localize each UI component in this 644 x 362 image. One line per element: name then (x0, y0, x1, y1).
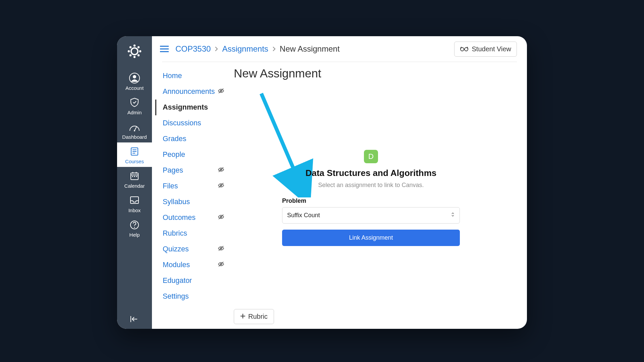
course-nav-label: Discussions (163, 119, 201, 127)
gn-courses-label: Courses (125, 159, 144, 164)
link-assignment-button[interactable]: Link Assignment (282, 230, 460, 246)
gn-inbox-label: Inbox (128, 207, 141, 213)
module-subtitle: Select an assignment to link to Canvas. (318, 182, 424, 189)
courses-icon (129, 146, 140, 157)
svg-point-11 (134, 130, 135, 131)
problem-label: Problem (282, 197, 306, 204)
svg-point-30 (461, 48, 464, 51)
problem-select[interactable]: Suffix Count (282, 207, 460, 224)
gn-dashboard[interactable]: Dashboard (117, 118, 152, 142)
svg-rect-20 (132, 176, 133, 177)
inbox-icon (129, 195, 140, 206)
problem-selected-value: Suffix Count (287, 212, 320, 219)
course-nav-label: Pages (163, 166, 183, 175)
gn-admin[interactable]: Admin (117, 94, 152, 118)
course-nav-item[interactable]: Edugator (155, 273, 234, 289)
course-nav-label: Announcements (163, 87, 215, 96)
collapse-nav-button[interactable] (117, 315, 152, 323)
account-icon (129, 72, 140, 84)
breadcrumb-current: New Assignment (280, 44, 340, 54)
rubric-label: Rubric (248, 313, 268, 320)
select-chevron-icon (451, 212, 455, 219)
canvas-logo[interactable] (126, 42, 143, 60)
svg-point-0 (133, 45, 136, 47)
svg-point-31 (465, 48, 468, 51)
svg-point-4 (129, 46, 131, 48)
hamburger-icon[interactable] (159, 44, 169, 54)
gn-inbox[interactable]: Inbox (117, 191, 152, 216)
course-nav-item[interactable]: Files (155, 178, 234, 194)
chevron-right-icon (215, 46, 218, 52)
hidden-eye-icon (218, 261, 224, 269)
course-nav-item[interactable]: Syllabus (155, 194, 234, 210)
course-nav-item[interactable]: Home (155, 68, 234, 84)
svg-point-3 (139, 50, 141, 52)
svg-point-6 (129, 54, 131, 56)
gn-calendar-label: Calendar (124, 183, 145, 189)
calendar-icon (129, 170, 140, 182)
svg-point-9 (133, 75, 136, 78)
svg-point-7 (138, 54, 140, 56)
course-nav-item[interactable]: Modules (155, 257, 234, 273)
glasses-icon (460, 45, 469, 53)
course-nav-label: Settings (163, 292, 189, 301)
breadcrumb: COP3530 Assignments New Assignment (175, 44, 340, 54)
course-nav-item[interactable]: Settings (155, 289, 234, 304)
course-nav-item[interactable]: Pages (155, 163, 234, 178)
gn-dashboard-label: Dashboard (122, 134, 147, 140)
course-nav-label: Rubrics (163, 229, 187, 238)
course-nav-label: Home (163, 72, 182, 80)
module-title: Data Structures and Algorithms (306, 168, 437, 178)
course-nav-item[interactable]: Assignments (155, 100, 234, 115)
svg-rect-21 (134, 176, 135, 177)
course-nav-label: Assignments (163, 103, 208, 112)
course-nav-label: Files (163, 182, 178, 190)
help-icon (129, 219, 140, 231)
course-nav-label: Quizzes (163, 245, 189, 253)
breadcrumb-section[interactable]: Assignments (222, 44, 268, 54)
svg-point-2 (128, 50, 130, 52)
course-nav-item[interactable]: Rubrics (155, 226, 234, 241)
gn-account-label: Account (125, 85, 144, 91)
svg-point-25 (134, 227, 135, 228)
dashboard-icon (129, 121, 140, 133)
hidden-eye-icon (218, 166, 224, 175)
course-nav: HomeAnnouncementsAssignmentsDiscussionsG… (152, 62, 234, 329)
course-nav-item[interactable]: Grades (155, 131, 234, 147)
course-nav-item[interactable]: Quizzes (155, 241, 234, 257)
course-nav-label: Outcomes (163, 214, 196, 222)
main-panel: COP3530 Assignments New Assignment Stude… (152, 36, 527, 329)
gn-admin-label: Admin (127, 110, 142, 115)
gn-account[interactable]: Account (117, 69, 152, 94)
content-row: HomeAnnouncementsAssignmentsDiscussionsG… (152, 62, 527, 329)
gn-help-label: Help (129, 232, 140, 238)
gn-help[interactable]: Help (117, 216, 152, 240)
admin-icon (129, 97, 140, 108)
topbar: COP3530 Assignments New Assignment Stude… (152, 36, 527, 62)
course-nav-label: Modules (163, 261, 190, 269)
course-nav-label: Syllabus (163, 198, 190, 206)
course-nav-item[interactable]: Announcements (155, 84, 234, 100)
plus-icon (240, 313, 246, 320)
course-nav-item[interactable]: Discussions (155, 115, 234, 131)
app-window: Account Admin Dashboard Courses Calendar (117, 36, 527, 329)
add-rubric-button[interactable]: Rubric (234, 309, 274, 324)
svg-point-5 (138, 46, 140, 48)
chevron-right-icon (272, 46, 276, 52)
gn-calendar[interactable]: Calendar (117, 167, 152, 191)
course-nav-label: People (163, 150, 185, 159)
svg-point-1 (133, 56, 136, 58)
course-nav-item[interactable]: People (155, 147, 234, 163)
gn-courses[interactable]: Courses (117, 142, 152, 167)
hidden-eye-icon (218, 214, 224, 222)
course-nav-label: Grades (163, 135, 186, 143)
student-view-button[interactable]: Student View (454, 42, 517, 57)
course-nav-item[interactable]: Outcomes (155, 210, 234, 226)
global-nav: Account Admin Dashboard Courses Calendar (117, 36, 152, 329)
hidden-eye-icon (218, 87, 224, 96)
breadcrumb-course[interactable]: COP3530 (175, 44, 211, 54)
hidden-eye-icon (218, 245, 224, 254)
page-content: New Assignment D Data Structures and Alg… (234, 62, 527, 329)
link-assignment-card: D Data Structures and Algorithms Select … (282, 150, 460, 246)
module-badge: D (364, 150, 378, 163)
